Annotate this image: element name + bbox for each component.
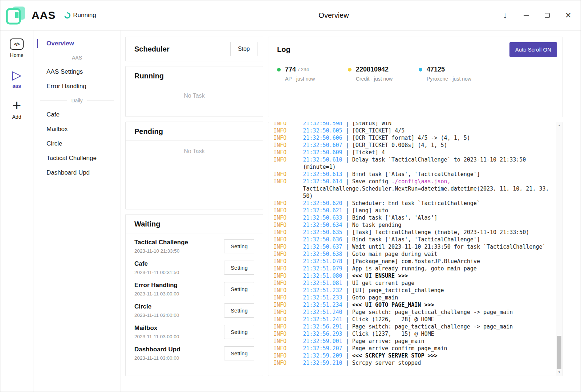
log-message: Wait until 2023-11-10 21:33:50 for task … [352, 244, 546, 250]
log-message: Bind task ['Alas', 'Alas'] [352, 215, 438, 221]
stat-value: 220810942 [356, 66, 389, 73]
log-separator: | [342, 309, 352, 315]
stat-value: 47125 [427, 66, 445, 73]
sidebar-item-circle[interactable]: Circle [33, 136, 121, 151]
log-level: INFO [273, 323, 303, 330]
task-setting-button[interactable]: Setting [224, 282, 254, 296]
stat-label: Credit - just now [356, 76, 419, 82]
dashboard-stat: 774 / 234 AP - just now [277, 66, 348, 82]
scrollbar-down-icon[interactable]: ▼ [556, 369, 562, 375]
close-icon[interactable]: × [565, 11, 572, 20]
minimize-icon[interactable] [523, 11, 530, 20]
task-setting-button[interactable]: Setting [224, 303, 254, 318]
dashboard-stat: 47125 Pyroxene - just now [419, 66, 489, 82]
divider-line [40, 58, 68, 58]
log-message: <<< SCRCPY SERVER STOP >>> [352, 352, 438, 359]
log-level: INFO [273, 236, 303, 243]
log-timestamp: 21:32:50.598 [303, 122, 342, 127]
task-setting-button[interactable]: Setting [224, 239, 254, 253]
log-message: Scrcpy server stopped [352, 360, 421, 366]
plus-icon: + [12, 100, 21, 111]
log-separator: | [342, 222, 352, 228]
sidebar-item-overview[interactable]: Overview [33, 36, 121, 51]
log-line: INFO21:32:50.620 | Scheduler: End task `… [273, 200, 551, 207]
sidebar-item-error-handling[interactable]: Error Handling [33, 79, 121, 94]
task-name: Cafe [134, 260, 179, 268]
sidebar-item-aas-settings[interactable]: AAS Settings [33, 65, 121, 79]
stat-dot-icon [348, 68, 352, 72]
log-line: INFO21:32:51.240 | Page switch: page_tac… [273, 309, 551, 316]
log-timestamp: 21:32:51.081 [303, 280, 342, 286]
main-area: </> Home ▷ aas + Add Overview AAS AAS Se… [0, 30, 581, 392]
running-status-label: Running [73, 12, 96, 19]
sidebar-item-tactical-challenge[interactable]: Tactical Challenge [33, 151, 121, 166]
log-separator: | [342, 149, 352, 156]
log-level: INFO [273, 272, 303, 279]
log-message: [UI] page_tactical_challenge [352, 287, 444, 294]
log-message: UI get current page [352, 280, 415, 286]
nav-rail-home[interactable]: </> Home [10, 38, 24, 58]
task-setting-button[interactable]: Setting [224, 346, 254, 360]
auto-scroll-button[interactable]: Auto Scroll ON [509, 42, 557, 57]
log-line: INFO21:32:51.079 | App is already runnin… [273, 265, 551, 272]
task-info: Error Handling 2023-11-11 03:00:00 [134, 282, 179, 297]
sidebar-item-mailbox[interactable]: Mailbox [33, 122, 121, 136]
play-icon: ▷ [12, 69, 21, 81]
log-scrollbar[interactable]: ▲ ▼ [556, 122, 562, 376]
log-timestamp: 21:32:50.636 [303, 236, 342, 243]
task-next-run: 2023-11-11 03:00:00 [134, 355, 180, 361]
log-separator: | [342, 294, 352, 301]
sidebar-item-label: Circle [46, 140, 62, 147]
nav-rail-add[interactable]: + Add [12, 100, 21, 120]
download-icon[interactable]: ↓ [501, 11, 509, 20]
scrollbar-up-icon[interactable]: ▲ [556, 123, 562, 128]
divider-line [86, 58, 114, 58]
log-message: Page arrive: page_main [352, 338, 424, 344]
log-timestamp: 21:32:56.291 [303, 323, 342, 330]
log-title: Log [277, 45, 290, 54]
task-setting-button[interactable]: Setting [224, 325, 254, 339]
log-lines: INFO21:32:50.598 | [Status] WININFO21:32… [273, 122, 551, 367]
sidebar-item-dashboard-upd[interactable]: Dashboard Upd [33, 166, 121, 180]
log-separator: | [342, 135, 352, 141]
divider-line [40, 101, 67, 101]
log-line: INFO21:32:50.607 | [OCR_TICKET 0.008s] (… [273, 142, 551, 149]
nav-rail-aas[interactable]: ▷ aas [12, 69, 21, 89]
waiting-task-row: Mailbox 2023-11-11 03:00:00 Setting [134, 321, 254, 343]
log-timestamp: 21:32:56.293 [303, 331, 342, 337]
scheduler-stop-button[interactable]: Stop [230, 42, 257, 56]
log-message: <<< UI ENSURE >>> [352, 273, 408, 279]
log-level: INFO [273, 330, 303, 338]
log-timestamp: 21:32:50.607 [303, 142, 342, 148]
log-level: INFO [273, 207, 303, 214]
log-separator: | [342, 122, 352, 127]
log-separator: | [342, 200, 352, 207]
task-next-run: 2023-11-11 03:00:00 [134, 291, 179, 297]
maximize-icon[interactable] [544, 11, 551, 20]
log-line: INFO21:32:50.598 | [Status] WIN [273, 122, 551, 127]
sidebar-item-label: AAS Settings [46, 68, 83, 75]
log-header-row: Log Auto Scroll ON [277, 42, 557, 57]
stat-suffix: / 234 [298, 67, 309, 72]
log-message: Click (1226, 28) @ HOME [352, 316, 434, 323]
home-icon: </> [10, 38, 24, 50]
log-line: INFO21:32:50.634 | No task pending [273, 221, 551, 229]
sidebar-item-label: Overview [46, 40, 74, 47]
log-message: [Lang] auto [352, 207, 388, 214]
log-line: INFO21:32:51.078 | [Package_name] com.Yo… [273, 258, 551, 265]
scrollbar-thumb[interactable] [557, 336, 561, 369]
log-separator: | [342, 178, 352, 185]
task-setting-button[interactable]: Setting [224, 261, 254, 275]
log-separator: | [342, 338, 352, 344]
log-level: INFO [273, 134, 303, 142]
log-separator: | [342, 236, 352, 243]
sidebar-item-cafe[interactable]: Cafe [33, 107, 121, 122]
log-line: INFO21:32:51.232 | [UI] page_tactical_ch… [273, 287, 551, 294]
sidebar-menu: Overview AAS AAS Settings Error Handling… [33, 30, 121, 392]
log-timestamp: 21:32:50.638 [303, 251, 342, 257]
log-separator: | [342, 323, 352, 330]
stat-label: Pyroxene - just now [427, 76, 489, 82]
log-separator: | [342, 331, 352, 337]
log-timestamp: 21:32:51.079 [303, 265, 342, 272]
log-level: INFO [273, 243, 303, 250]
